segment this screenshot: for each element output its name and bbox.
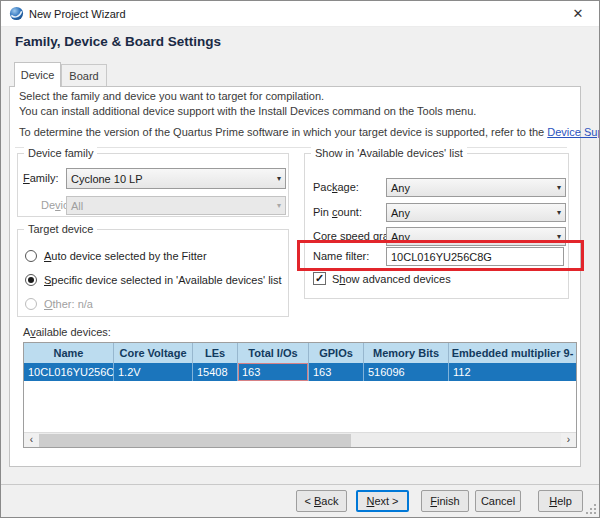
next-button[interactable]: Next >	[356, 490, 409, 512]
scrollbar-thumb[interactable]	[39, 434, 351, 447]
device-cell[interactable]: 15408	[193, 363, 238, 381]
intro-line-3: To determine the version of the Quartus …	[19, 126, 600, 138]
back-button[interactable]: < Back	[296, 490, 347, 512]
intro-line-1: Select the family and device you want to…	[19, 90, 324, 102]
device-cell[interactable]: 10CL016YU256C8G	[24, 363, 114, 381]
radio-other-label: Other: n/a	[44, 298, 93, 310]
name-filter-input[interactable]	[386, 247, 564, 266]
family-label: Family:	[23, 168, 58, 189]
family-dropdown-value: Cyclone 10 LP	[71, 173, 143, 185]
scroll-right-icon[interactable]: ›	[561, 433, 576, 447]
radio-disabled-icon	[25, 298, 37, 310]
core-speed-grade-dropdown-value: Any	[391, 231, 410, 243]
device-dropdown-value: All	[71, 200, 83, 212]
chevron-down-icon: ▾	[557, 183, 561, 192]
new-project-wizard-dialog: New Project Wizard ✕ Family, Device & Bo…	[0, 0, 600, 518]
target-device-group-title: Target device	[24, 223, 97, 235]
radio-specific-device-label: Specific device selected in 'Available d…	[44, 274, 282, 286]
column-header[interactable]: Memory Bits	[364, 343, 449, 363]
pin-count-dropdown[interactable]: Any ▾	[386, 203, 566, 222]
column-header[interactable]: LEs	[193, 343, 238, 363]
checkbox-checked-icon[interactable]: ✓	[313, 272, 326, 285]
show-in-list-group-title: Show in 'Available devices' list	[311, 147, 467, 159]
resize-grip-icon[interactable]	[586, 504, 597, 515]
device-cell[interactable]: 1.2V	[114, 363, 193, 381]
available-devices-label: Available devices:	[23, 326, 111, 338]
tab-device[interactable]: Device	[14, 62, 61, 87]
footer-separator	[1, 484, 600, 485]
table-header-row: NameCore VoltageLEsTotal I/OsGPIOsMemory…	[24, 343, 576, 363]
page-title: Family, Device & Board Settings	[15, 34, 221, 49]
radio-other: Other: n/a	[25, 297, 93, 311]
device-family-group-title: Device family	[24, 147, 97, 159]
intro-line-2: You can install additional device suppor…	[19, 105, 476, 117]
chevron-down-icon: ▾	[557, 208, 561, 217]
column-header[interactable]: Total I/Os	[238, 343, 309, 363]
chevron-down-icon: ▾	[557, 232, 561, 241]
intro-separator	[15, 147, 567, 148]
core-speed-grade-dropdown[interactable]: Any ▾	[386, 227, 566, 246]
tab-board[interactable]: Board	[61, 64, 107, 87]
radio-auto-device[interactable]: Auto device selected by the Fitter	[25, 249, 207, 263]
package-label: Package:	[313, 178, 359, 197]
pin-count-label: Pin count:	[313, 203, 362, 222]
table-row[interactable]: 10CL016YU256C8G1.2V15408163163516096112	[24, 363, 576, 381]
window-title: New Project Wizard	[29, 1, 126, 27]
intro-line-3-prefix: To determine the version of the Quartus …	[19, 126, 547, 138]
finish-button[interactable]: Finish	[421, 490, 469, 512]
scroll-left-icon[interactable]: ‹	[24, 433, 39, 447]
horizontal-scrollbar[interactable]: ‹ ›	[24, 432, 576, 447]
device-support-list-link[interactable]: Device Support List	[547, 126, 600, 138]
close-icon[interactable]: ✕	[557, 1, 599, 27]
column-header[interactable]: GPIOs	[309, 343, 364, 363]
show-advanced-devices-checkbox-row[interactable]: ✓ Show advanced devices	[313, 272, 451, 285]
chevron-down-icon: ▾	[277, 201, 281, 210]
help-button[interactable]: Help	[538, 490, 583, 512]
column-header[interactable]: Core Voltage	[114, 343, 193, 363]
device-cell[interactable]: 516096	[364, 363, 449, 381]
chevron-down-icon: ▾	[277, 174, 281, 183]
name-filter-label: Name filter:	[313, 247, 369, 266]
package-dropdown[interactable]: Any ▾	[386, 178, 566, 197]
radio-icon[interactable]	[25, 250, 37, 262]
device-cell[interactable]: 163	[309, 363, 364, 381]
radio-selected-icon[interactable]	[25, 274, 37, 286]
radio-auto-device-label: Auto device selected by the Fitter	[44, 250, 207, 262]
available-devices-table: NameCore VoltageLEsTotal I/OsGPIOsMemory…	[23, 342, 577, 448]
table-body: 10CL016YU256C8G1.2V15408163163516096112	[24, 363, 576, 381]
device-dropdown: All ▾	[66, 196, 286, 215]
family-dropdown[interactable]: Cyclone 10 LP ▾	[66, 168, 286, 189]
column-header[interactable]: Embedded multiplier 9-bit	[449, 343, 576, 363]
pin-count-dropdown-value: Any	[391, 207, 410, 219]
device-cell[interactable]: 163	[238, 363, 309, 381]
package-dropdown-value: Any	[391, 182, 410, 194]
cancel-button[interactable]: Cancel	[475, 490, 521, 512]
show-advanced-devices-label: Show advanced devices	[332, 273, 451, 285]
radio-specific-device[interactable]: Specific device selected in 'Available d…	[25, 273, 282, 287]
column-header[interactable]: Name	[24, 343, 114, 363]
quartus-logo-icon	[9, 6, 24, 21]
title-bar: New Project Wizard ✕	[1, 1, 599, 27]
device-cell[interactable]: 112	[449, 363, 576, 381]
